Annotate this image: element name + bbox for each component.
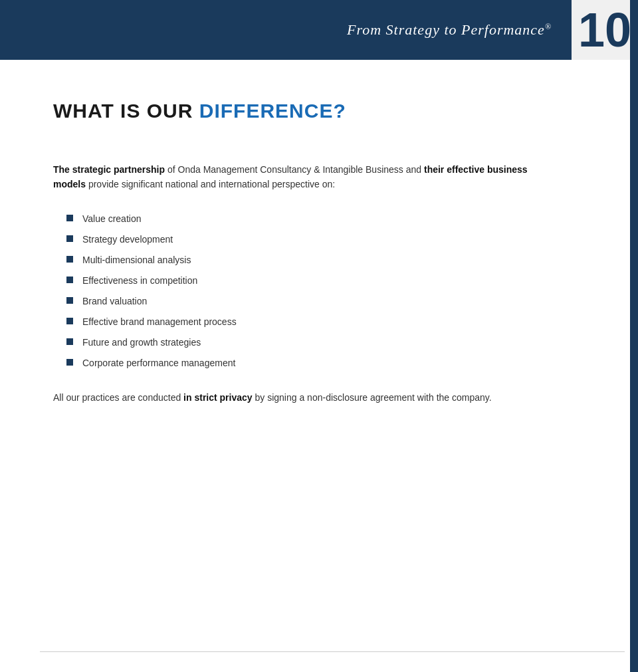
header: From Strategy to Performance® 10 (0, 0, 638, 60)
list-item: Effective brand management process (66, 315, 532, 329)
header-main: From Strategy to Performance® (0, 0, 572, 60)
privacy-note: All our practices are conducted in stric… (53, 390, 532, 405)
intro-paragraph: The strategic partnership of Onda Manage… (53, 162, 532, 192)
list-item-text: Effectiveness in competition (82, 274, 197, 288)
header-title-text: From Strategy to Performance (347, 21, 545, 38)
bullet-icon (66, 359, 73, 366)
header-page-number: 10 (572, 0, 638, 60)
title-plain: WHAT IS OUR (53, 100, 199, 122)
bullet-icon (66, 215, 73, 221)
list-item: Strategy development (66, 233, 532, 247)
intro-text-2: of Onda Management Consultancy & Intangi… (165, 164, 424, 175)
bullet-icon (66, 338, 73, 345)
privacy-text-bold: in strict privacy (183, 392, 253, 403)
list-item-text: Future and growth strategies (82, 336, 201, 350)
intro-text-4: provide significant national and interna… (86, 179, 335, 189)
list-item: Multi-dimensional analysis (66, 253, 532, 267)
list-item: Effectiveness in competition (66, 274, 532, 288)
privacy-text-2: by signing a non-disclosure agreement wi… (253, 392, 492, 403)
right-sidebar-accent (630, 0, 638, 672)
page-title: WHAT IS OUR DIFFERENCE? (53, 100, 532, 122)
list-item: Brand valuation (66, 294, 532, 308)
list-item: Future and growth strategies (66, 336, 532, 350)
bullet-icon (66, 297, 73, 304)
title-highlight: DIFFERENCE? (199, 100, 346, 122)
list-item-text: Value creation (82, 212, 141, 226)
registered-symbol: ® (545, 22, 552, 31)
bullet-icon (66, 277, 73, 283)
intro-bold-1: The strategic partnership (53, 164, 165, 175)
bullet-icon (66, 235, 73, 242)
page-number-text: 10 (578, 3, 631, 57)
list-item: Corporate performance management (66, 356, 532, 370)
main-content: WHAT IS OUR DIFFERENCE? The strategic pa… (0, 60, 585, 431)
list-item: Value creation (66, 212, 532, 226)
bullet-icon (66, 318, 73, 324)
privacy-text-1: All our practices are conducted (53, 392, 183, 403)
bottom-divider (40, 651, 625, 652)
list-item-text: Brand valuation (82, 294, 147, 308)
list-item-text: Strategy development (82, 233, 173, 247)
list-item-text: Corporate performance management (82, 356, 235, 370)
bullet-list: Value creation Strategy development Mult… (66, 212, 532, 370)
header-title: From Strategy to Performance® (347, 21, 552, 39)
bullet-icon (66, 256, 73, 263)
list-item-text: Multi-dimensional analysis (82, 253, 191, 267)
list-item-text: Effective brand management process (82, 315, 237, 329)
